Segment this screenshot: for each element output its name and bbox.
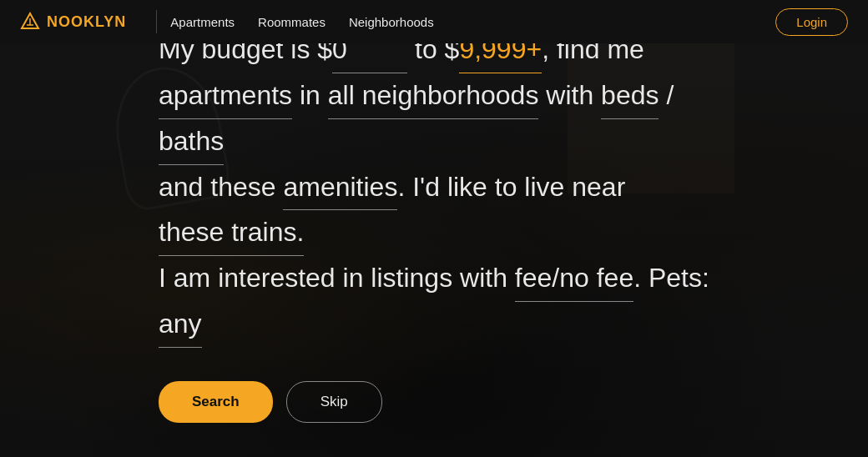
search-sentence: My budget is $0 to $9,999+, find me apar…	[159, 28, 709, 348]
pets-link[interactable]: any	[159, 302, 202, 348]
fee-link[interactable]: fee/no fee	[515, 256, 633, 302]
pets-prefix: . Pets:	[633, 263, 709, 293]
skip-button[interactable]: Skip	[286, 381, 382, 423]
amenities-link[interactable]: amenities	[283, 165, 397, 211]
nav-links: Apartments Roommates Neighborhoods	[170, 15, 775, 29]
with-text: with	[538, 80, 601, 110]
trains-link[interactable]: these trains.	[159, 210, 304, 256]
navbar: NOOKLYN Apartments Roommates Neighborhoo…	[0, 0, 868, 43]
button-row: Search Skip	[159, 381, 709, 423]
logo-icon	[20, 12, 40, 32]
nav-link-apartments[interactable]: Apartments	[170, 15, 235, 29]
apartments-link[interactable]: apartments	[159, 73, 292, 119]
in-text: in	[292, 80, 328, 110]
beds-link[interactable]: beds	[601, 73, 659, 119]
hero-content: My budget is $0 to $9,999+, find me apar…	[0, 43, 868, 457]
hero-section: NOOKLYN Apartments Roommates Neighborhoo…	[0, 0, 868, 457]
nav-link-roommates[interactable]: Roommates	[258, 15, 326, 29]
and-these-text: and these	[159, 172, 283, 202]
nav-divider	[156, 10, 157, 33]
nav-link-neighborhoods[interactable]: Neighborhoods	[349, 15, 434, 29]
logo-text: NOOKLYN	[47, 13, 126, 31]
interested-text: I am interested in listings with	[159, 263, 515, 293]
slash-text: /	[659, 80, 674, 110]
baths-link[interactable]: baths	[159, 119, 224, 165]
logo-link[interactable]: NOOKLYN	[20, 12, 126, 32]
neighborhoods-link[interactable]: all neighborhoods	[328, 73, 539, 119]
live-near-text: . I'd like to live near	[397, 172, 625, 202]
login-button[interactable]: Login	[775, 8, 848, 36]
search-button[interactable]: Search	[159, 381, 273, 423]
